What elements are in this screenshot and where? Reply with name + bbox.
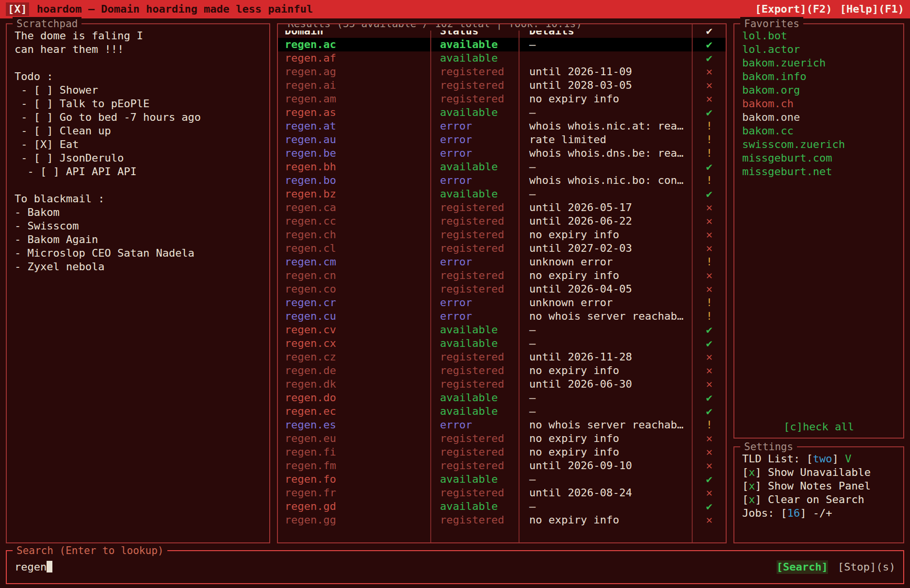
column-header-check-icon: ✔: [692, 24, 726, 38]
status-cell: error: [440, 133, 472, 146]
table-row[interactable]: regen.fr registered until 2026-08-24 ✕: [278, 486, 726, 500]
table-row[interactable]: regen.ca registered until 2026-05-17 ✕: [278, 201, 726, 214]
stop-button[interactable]: [Stop](s): [838, 560, 895, 574]
details-cell: no expiry info: [529, 93, 619, 105]
domain-cell: regen.cx: [285, 337, 336, 349]
table-row[interactable]: regen.cr error unknown error !: [278, 296, 726, 310]
table-row[interactable]: regen.ai registered until 2028-03-05 ✕: [278, 79, 726, 92]
favorites-list: lol.botlol.actorbakom.zuerichbakom.infob…: [742, 29, 895, 179]
table-row[interactable]: regen.dk registered until 2026-06-30 ✕: [278, 377, 726, 391]
status-mark-icon: !: [706, 120, 712, 132]
details-cell: until 2026-11-28: [529, 351, 632, 363]
jobs-stepper[interactable]: Jobs: [16] -/+: [742, 506, 895, 520]
table-row[interactable]: regen.ch registered no expiry info ✕: [278, 228, 726, 242]
search-panel-title: Search (Enter to lookup): [13, 544, 167, 557]
domain-cell: regen.de: [285, 364, 336, 376]
table-row[interactable]: regen.ag registered until 2026-11-09 ✕: [278, 65, 726, 79]
export-button[interactable]: [Export](F2): [755, 2, 832, 16]
table-row[interactable]: regen.bz available — ✔: [278, 187, 726, 201]
favorite-item[interactable]: bakom.one: [742, 111, 895, 124]
table-row[interactable]: regen.ac available — ✔: [278, 38, 726, 51]
favorite-item[interactable]: bakom.info: [742, 70, 895, 83]
domain-cell: regen.cr: [285, 296, 336, 309]
table-row[interactable]: regen.af available ✔: [278, 51, 726, 65]
table-row[interactable]: regen.cz registered until 2026-11-28 ✕: [278, 350, 726, 364]
status-mark-icon: ✕: [706, 65, 712, 78]
status-mark-icon: ✔: [706, 106, 712, 118]
settings-panel-title: Settings: [740, 440, 797, 454]
favorite-item[interactable]: missgeburt.com: [742, 151, 895, 165]
favorite-item[interactable]: bakom.cc: [742, 124, 895, 138]
tld-list-dropdown[interactable]: TLD List: [two] V: [742, 452, 895, 466]
status-cell: error: [440, 174, 472, 186]
scratchpad-textarea[interactable]: The dome is faling I can hear them !!! T…: [15, 29, 261, 274]
table-row[interactable]: regen.be error whois whois.dns.be: rea… …: [278, 147, 726, 160]
table-row[interactable]: regen.cc registered until 2026-06-22 ✕: [278, 214, 726, 228]
table-row[interactable]: regen.fm registered until 2026-09-10 ✕: [278, 459, 726, 473]
table-row[interactable]: regen.cx available — ✔: [278, 337, 726, 350]
domain-cell: regen.cl: [285, 242, 336, 254]
close-button[interactable]: [X]: [6, 2, 29, 16]
details-cell: whois whois.nic.bo: con…: [529, 174, 683, 186]
table-row[interactable]: regen.at error whois whois.nic.at: rea… …: [278, 119, 726, 133]
domain-cell: regen.eu: [285, 432, 336, 444]
details-cell: —: [529, 337, 536, 349]
settings-checkbox[interactable]: [x] Show Notes Panel: [742, 479, 895, 493]
results-panel-title: Results (35 available / 102 total | Took…: [284, 23, 586, 31]
table-row[interactable]: regen.de registered no expiry info ✕: [278, 364, 726, 377]
details-cell: until 2026-06-22: [529, 215, 632, 227]
favorite-item[interactable]: bakom.org: [742, 83, 895, 97]
table-row[interactable]: regen.do available — ✔: [278, 391, 726, 405]
status-mark-icon: ✔: [706, 52, 712, 64]
details-cell: until 2026-04-05: [529, 283, 632, 295]
table-row[interactable]: regen.as available — ✔: [278, 106, 726, 119]
favorite-item[interactable]: bakom.zuerich: [742, 56, 895, 70]
status-cell: error: [440, 147, 472, 159]
favorite-item[interactable]: swisscom.zuerich: [742, 138, 895, 151]
table-row[interactable]: regen.bh available — ✔: [278, 160, 726, 174]
favorite-item[interactable]: lol.bot: [742, 29, 895, 43]
status-cell: registered: [440, 459, 504, 472]
favorite-item[interactable]: missgeburt.net: [742, 165, 895, 179]
table-row[interactable]: regen.fo available — ✔: [278, 473, 726, 486]
table-row[interactable]: regen.bo error whois whois.nic.bo: con… …: [278, 174, 726, 187]
help-button[interactable]: [Help](F1): [840, 2, 904, 16]
table-row[interactable]: regen.am registered no expiry info ✕: [278, 92, 726, 106]
settings-checkbox[interactable]: [x] Show Unavailable: [742, 466, 895, 479]
status-cell: registered: [440, 201, 504, 213]
table-row[interactable]: regen.cl registered until 2027-02-03 ✕: [278, 242, 726, 255]
table-row[interactable]: regen.cn registered no expiry info ✕: [278, 269, 726, 282]
table-row[interactable]: regen.gg registered no expiry info ✕: [278, 513, 726, 527]
table-row[interactable]: regen.fi registered no expiry info ✕: [278, 445, 726, 459]
table-row[interactable]: regen.gd available — ✔: [278, 500, 726, 513]
settings-checkbox[interactable]: [x] Clear on Search: [742, 493, 895, 506]
details-cell: until 2026-06-30: [529, 378, 632, 390]
results-table-body: regen.ac available — ✔ regen.af availabl…: [278, 38, 726, 527]
app-window: [X] hoardom — Domain hoarding made less …: [0, 0, 910, 588]
domain-cell: regen.cv: [285, 324, 336, 336]
status-cell: available: [440, 405, 498, 417]
table-row[interactable]: regen.cu error no whois server reachab… …: [278, 310, 726, 323]
search-button[interactable]: [Search]: [777, 560, 828, 574]
table-row[interactable]: regen.es error no whois server reachab… …: [278, 418, 726, 432]
table-row[interactable]: regen.eu registered no expiry info ✕: [278, 432, 726, 445]
status-mark-icon: !: [706, 310, 712, 322]
table-row[interactable]: regen.cv available — ✔: [278, 323, 726, 337]
favorite-item[interactable]: bakom.ch: [742, 97, 895, 111]
status-mark-icon: !: [706, 419, 712, 431]
jobs-minus-plus-buttons[interactable]: -/+: [813, 507, 832, 519]
table-row[interactable]: regen.cm error unknown error !: [278, 255, 726, 269]
status-cell: available: [440, 392, 498, 404]
details-cell: until 2026-05-17: [529, 201, 632, 213]
check-all-button[interactable]: [c]heck all: [742, 420, 895, 434]
table-row[interactable]: regen.co registered until 2026-04-05 ✕: [278, 282, 726, 296]
table-row[interactable]: regen.au error rate limited !: [278, 133, 726, 147]
domain-cell: regen.as: [285, 106, 336, 118]
favorite-item[interactable]: lol.actor: [742, 43, 895, 56]
table-row[interactable]: regen.ec available — ✔: [278, 405, 726, 418]
jobs-value: 16: [787, 507, 800, 519]
chevron-down-icon[interactable]: V: [845, 453, 851, 465]
search-input[interactable]: regen: [15, 560, 767, 574]
table-filler: [278, 527, 726, 542]
search-panel: Search (Enter to lookup) regen [Search] …: [6, 550, 904, 584]
